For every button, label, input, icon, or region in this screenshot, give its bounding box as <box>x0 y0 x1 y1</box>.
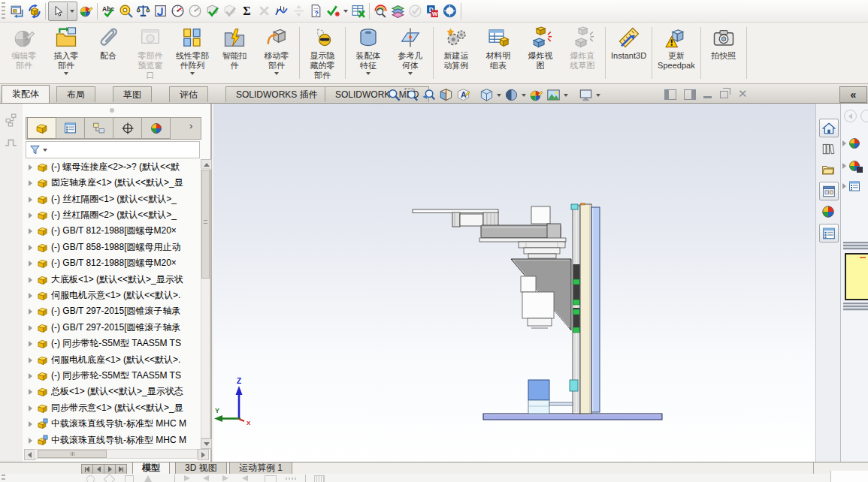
expand-arrow-icon[interactable] <box>29 309 32 315</box>
document-properties-icon[interactable] <box>307 2 325 20</box>
tab-dimxpertmanager[interactable] <box>113 117 142 139</box>
expand-arrow-icon[interactable] <box>29 389 32 395</box>
window-layout-icon[interactable] <box>8 2 26 20</box>
instant3d-button[interactable]: Instant3D <box>607 23 650 83</box>
filter-caret[interactable] <box>43 149 47 152</box>
linear-pattern-caret[interactable] <box>190 72 195 75</box>
rebuild-icon[interactable] <box>26 2 43 20</box>
tree-item[interactable]: (-) 丝杠隔圈<2> (默认<<默认>_ <box>23 207 201 223</box>
spell-check-icon[interactable] <box>100 2 117 20</box>
tab-model[interactable]: 模型 <box>132 462 170 474</box>
bill-of-materials-button[interactable]: 材料明 细表 <box>477 23 519 83</box>
tab-assembly[interactable]: 装配体 <box>2 85 50 103</box>
custom-properties-tab[interactable] <box>819 224 839 243</box>
close-button[interactable]: ✕ <box>738 87 748 101</box>
expand-arrow-icon[interactable] <box>29 325 32 331</box>
check-document-icon[interactable] <box>204 2 221 20</box>
appearance-swatch-yellow[interactable] <box>845 253 868 300</box>
insert-component-button[interactable]: 插入零 部件 <box>45 23 87 83</box>
collapse-taskpane-button[interactable]: « <box>839 86 867 103</box>
tree-item[interactable]: 同步带示意<1> (默认<<默认>_显 <box>23 400 201 416</box>
tree-scroll-down[interactable] <box>201 438 212 449</box>
edit-appearance-icon[interactable] <box>77 2 95 20</box>
mass-properties-icon[interactable] <box>135 2 152 20</box>
tree-item[interactable]: (-) GB/T 297-2015[圆锥滚子轴承 <box>23 320 201 336</box>
design-checker-icon[interactable] <box>325 2 342 20</box>
taskpane-tree-item[interactable] <box>842 159 863 173</box>
apply-scene-caret[interactable] <box>564 94 568 97</box>
toolbar-grip[interactable] <box>2 2 5 20</box>
view-orientation-caret[interactable] <box>497 94 501 97</box>
panel-splitter-dot[interactable] <box>110 108 114 113</box>
tab-scroll-last[interactable] <box>115 464 127 474</box>
tree-item[interactable]: (-) GB/T 297-2015[圆锥滚子轴承 <box>23 303 201 319</box>
display-style-icon[interactable] <box>504 88 519 102</box>
design-checker-caret[interactable] <box>343 10 348 13</box>
annotation-view-icon[interactable] <box>456 88 470 102</box>
expand-arrow-icon[interactable] <box>29 373 32 379</box>
tree-item[interactable]: 中载滚珠直线导轨-标准型 MHC M <box>23 432 201 448</box>
expand-arrow-icon[interactable] <box>29 180 32 186</box>
file-explorer-tab[interactable] <box>819 161 837 178</box>
expand-pane-arrow[interactable]: › <box>189 120 192 131</box>
tree-item[interactable]: 大底板<1> (默认<<默认>_显示状 <box>23 272 201 288</box>
assembly-features-caret[interactable] <box>366 72 370 75</box>
expand-arrow-icon[interactable] <box>29 293 32 299</box>
view-settings-icon[interactable] <box>579 88 593 102</box>
expand-arrow-icon[interactable] <box>29 212 32 218</box>
solidworks-resources-tab[interactable] <box>819 119 839 137</box>
expand-arrow-icon[interactable] <box>29 261 32 267</box>
taskpane-forward-button[interactable] <box>860 110 868 122</box>
routing-icon[interactable] <box>441 2 458 20</box>
zoom-area-icon[interactable] <box>404 88 419 102</box>
tree-item[interactable]: (-) GB/T 812-1988[圆螺母M20× <box>23 255 201 271</box>
tree-item[interactable]: 伺服电机底座<1> (默认<<默认>. <box>23 352 201 368</box>
tree-item[interactable]: (-) 同步带轮-S5M型 TAAS5M TS <box>23 336 201 351</box>
tree-scrollbar-thumb[interactable] <box>201 170 210 279</box>
taskpane-tree-item[interactable] <box>842 180 860 192</box>
design-library-tab[interactable] <box>819 140 837 157</box>
insert-component-caret[interactable] <box>64 72 68 75</box>
expand-arrow-icon[interactable] <box>29 438 32 444</box>
view-orientation-icon[interactable] <box>479 88 494 102</box>
tree-item[interactable]: (-) GB/T 812-1988[圆螺母M20× <box>23 223 201 239</box>
tab-motion-study-1[interactable]: 运动算例 1 <box>229 462 292 474</box>
tab-scroll-first[interactable] <box>81 464 93 474</box>
expand-arrow-icon[interactable] <box>29 228 32 234</box>
tab-evaluate[interactable]: 评估 <box>169 86 208 102</box>
apply-scene-icon[interactable] <box>546 88 561 102</box>
tab-3d-views[interactable]: 3D 视图 <box>175 462 227 474</box>
curvature-icon[interactable] <box>273 2 290 20</box>
select-tool-button[interactable] <box>48 2 77 21</box>
display-style-caret[interactable] <box>522 94 526 97</box>
view-palette-tab[interactable] <box>819 182 839 200</box>
assembly-visualization-icon[interactable] <box>372 2 389 20</box>
expand-arrow-icon[interactable] <box>29 405 32 411</box>
new-motion-study-button[interactable]: 新建运 动算例 <box>435 23 477 83</box>
expand-arrow-icon[interactable] <box>29 164 32 170</box>
expand-arrow-icon[interactable] <box>29 245 32 251</box>
view-settings-caret[interactable] <box>596 94 600 97</box>
reference-geometry-button[interactable]: 参考几 何体 <box>389 23 431 83</box>
design-table-icon[interactable] <box>349 2 367 20</box>
take-snapshot-button[interactable]: 拍快照 <box>703 23 745 83</box>
assembly-features-button[interactable]: 装配体 特征 <box>347 23 389 83</box>
expand-arrow-icon[interactable] <box>29 341 32 347</box>
tree-item[interactable]: 伺服电机示意<1> (默认<<默认>. <box>23 288 201 303</box>
expand-arrow-icon[interactable] <box>29 421 32 427</box>
tree-item[interactable]: 总板<1> (默认<<默认>_显示状态 <box>23 384 201 399</box>
expand-arrow-icon[interactable] <box>29 197 32 203</box>
restore-button[interactable] <box>720 89 728 98</box>
show-hidden-components-button[interactable]: 显示隐 藏的零 部件 <box>301 23 343 83</box>
step-function-icon[interactable] <box>4 135 18 149</box>
tab-configurationmanager[interactable] <box>84 117 113 139</box>
equations-icon[interactable] <box>238 2 256 20</box>
expand-arrow-icon[interactable] <box>29 277 32 283</box>
tab-displaymanager[interactable] <box>141 117 171 139</box>
exploded-view-button[interactable]: 爆炸视 图 <box>519 23 561 83</box>
tab-scroll-next[interactable] <box>104 464 116 474</box>
tab-featuremanager[interactable] <box>27 117 56 139</box>
tree-item[interactable]: 中载滚珠直线导轨-标准型 MHC M <box>23 416 201 432</box>
tree-hscrollbar-thumb[interactable] <box>38 450 107 458</box>
tree-item[interactable]: (-) 丝杠隔圈<1> (默认<<默认>_ <box>23 191 201 207</box>
